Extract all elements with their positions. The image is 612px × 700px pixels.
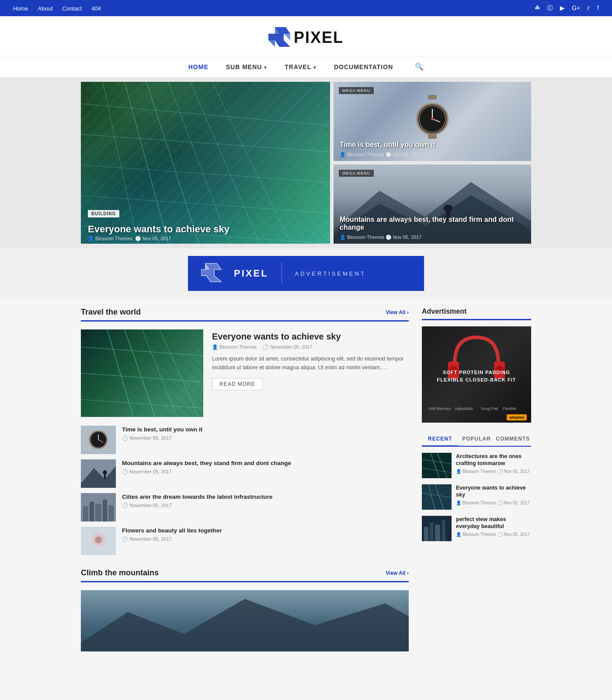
svg-line-35 xyxy=(81,399,203,408)
google-plus-icon[interactable]: G+ xyxy=(572,4,580,11)
svg-line-31 xyxy=(142,329,177,417)
list-title-4: Flowers and beauty all lies together xyxy=(122,527,222,535)
mainnav-documentation[interactable]: DOCUMENTATION xyxy=(334,63,393,70)
svg-rect-46 xyxy=(83,506,88,522)
svg-marker-2 xyxy=(284,34,290,40)
main-navigation: HOME SUB MENU ▾ TRAVEL ▾ DOCUMENTATION 🔍 xyxy=(0,56,612,77)
read-more-button[interactable]: READ MORE xyxy=(212,378,263,390)
sidebar-article-info-2: Everyone wants to achieve sky 👤 Blossom … xyxy=(456,484,531,510)
sidebar-article-info-3: perfect view makes everyday beautiful 👤 … xyxy=(456,516,531,541)
nav-home[interactable]: Home xyxy=(13,5,28,12)
hero-card-1[interactable]: MEGA MENU Time is best, until you own it… xyxy=(334,82,531,161)
pinterest-icon[interactable]: Ⓒ xyxy=(547,4,553,11)
tab-comments[interactable]: COMMENTS xyxy=(495,432,531,446)
article-thumb-3 xyxy=(81,493,116,522)
sidebar-title-2: Everyone wants to achieve sky xyxy=(456,484,531,499)
article-list: Time is best, until you own it 🕐 Novembe… xyxy=(81,426,409,555)
mainnav-home[interactable]: HOME xyxy=(188,63,209,70)
topbar-nav: Home About Contact 404 xyxy=(13,5,109,12)
svg-rect-50 xyxy=(108,505,114,522)
hero-right-cards: MEGA MENU Time is best, until you own it… xyxy=(334,82,531,244)
search-icon[interactable]: 🔍 xyxy=(415,63,424,71)
svg-line-32 xyxy=(160,329,199,417)
logo-icon xyxy=(268,25,290,50)
svg-rect-21 xyxy=(428,134,437,139)
featured-article-image xyxy=(81,329,203,417)
youtube-icon[interactable]: ▶ xyxy=(560,4,565,11)
sidebar-meta-3: 👤 Blossom Themes 🕐 Nov 05, 2017 xyxy=(456,532,531,537)
content-area: Travel the world View All › Everyone wan… xyxy=(81,299,531,665)
svg-rect-69 xyxy=(422,484,452,510)
svg-line-33 xyxy=(81,347,203,356)
article-thumb-2 xyxy=(81,459,116,488)
article-info-4: Flowers and beauty all lies together 🕐 N… xyxy=(122,527,222,542)
sidebar-article-info-1: Arcitectures are the ones crafting tomma… xyxy=(456,453,531,478)
hero-grid: BUILDING Everyone wants to achieve sky 👤… xyxy=(81,82,531,244)
sidebar: Advertisment SOFT PROTEIN PADDING FLEXIB… xyxy=(422,308,531,651)
article-thumb-1 xyxy=(81,426,116,454)
climb-view-all[interactable]: View All › xyxy=(386,570,409,576)
svg-line-6 xyxy=(168,82,230,244)
svg-text:Adjustable: Adjustable xyxy=(455,406,473,411)
svg-line-11 xyxy=(81,134,330,152)
hero-main-article[interactable]: BUILDING Everyone wants to achieve sky 👤… xyxy=(81,82,330,244)
logo-text: PIXEL xyxy=(294,28,344,47)
nav-contact[interactable]: Contact xyxy=(62,5,82,12)
featured-date: 🕐 November 05, 2017 xyxy=(263,344,313,350)
featured-article: Everyone wants to achieve sky 👤 Blossom … xyxy=(81,329,409,417)
sidebar-tabs: RECENT POPULAR COMMENTS xyxy=(422,432,531,447)
sidebar-thumb-2 xyxy=(422,484,452,510)
svg-point-25 xyxy=(444,205,453,212)
nav-404[interactable]: 404 xyxy=(91,5,101,12)
svg-text:Snug Pad: Snug Pad xyxy=(481,406,498,411)
travel-view-all[interactable]: View All › xyxy=(386,309,409,315)
sidebar-title-1: Arcitectures are the ones crafting tomma… xyxy=(456,453,531,467)
instagram-icon[interactable]: ☘ xyxy=(535,4,540,11)
list-item: Flowers and beauty all lies together 🕐 N… xyxy=(81,527,409,555)
sidebar-meta-2: 👤 Blossom Themes 🕐 Nov 05, 2017 xyxy=(456,500,531,505)
travel-section-heading: Travel the world View All › xyxy=(81,308,409,322)
featured-article-content: Everyone wants to achieve sky 👤 Blossom … xyxy=(212,329,409,417)
article-info-1: Time is best, until you own it 🕐 Novembe… xyxy=(122,426,202,441)
hero-card1-meta: 👤 Blossom Themes 🕐 Nov 05, 2017 xyxy=(340,152,421,158)
sidebar-article-2: Everyone wants to achieve sky 👤 Blossom … xyxy=(422,484,531,510)
hero-section: BUILDING Everyone wants to achieve sky 👤… xyxy=(0,77,612,248)
facebook-icon[interactable]: f xyxy=(597,4,599,11)
svg-marker-27 xyxy=(201,263,221,282)
featured-excerpt: Lorem ipsum dolor sit amet, consectetur … xyxy=(212,354,409,372)
hero-card2-meta: 👤 Blossom Themes 🕐 Nov 05, 2017 xyxy=(340,234,421,240)
hero-main-meta: 👤 Blossom Themes 🕐 Nov 05, 2017 xyxy=(88,236,171,242)
article-info-3: Cities arer the dream towards the latest… xyxy=(122,493,272,508)
svg-line-8 xyxy=(212,82,291,244)
svg-text:Flexible: Flexible xyxy=(503,406,516,411)
hero-main-title: Everyone wants to achieve sky xyxy=(88,224,230,235)
svg-line-10 xyxy=(81,104,330,126)
hero-main-date: Nov 05, 2017 xyxy=(143,236,171,241)
travel-section-title: Travel the world xyxy=(81,308,141,317)
twitter-icon[interactable]: 𝕣 xyxy=(587,4,590,11)
tab-popular[interactable]: POPULAR xyxy=(458,432,494,446)
hero-card-2[interactable]: MEGA MENU Mountains are always best, the… xyxy=(334,164,531,244)
list-date-4: 🕐 November 05, 2017 xyxy=(122,536,222,542)
tab-recent[interactable]: RECENT xyxy=(422,432,458,447)
svg-rect-75 xyxy=(430,522,433,541)
logo[interactable]: PIXEL xyxy=(268,25,344,50)
svg-text:Soft Memory: Soft Memory xyxy=(428,406,451,411)
svg-line-5 xyxy=(146,82,199,244)
featured-title: Everyone wants to achieve sky xyxy=(212,332,409,342)
mainnav-submenu[interactable]: SUB MENU ▾ xyxy=(226,63,268,70)
nav-about[interactable]: About xyxy=(38,5,53,12)
svg-rect-77 xyxy=(442,520,445,541)
svg-rect-64 xyxy=(422,453,452,478)
svg-line-9 xyxy=(103,82,138,244)
advertisement-banner[interactable]: PIXEL ADVERTISEMENT xyxy=(188,256,424,291)
sidebar-meta-1: 👤 Blossom Themes 🕐 Nov 05, 2017 xyxy=(456,469,531,474)
featured-meta: 👤 Blossom Themes 🕐 November 05, 2017 xyxy=(212,344,409,350)
climb-section-title: Climb the mountains xyxy=(81,568,159,578)
mainnav-travel[interactable]: TRAVEL ▾ xyxy=(285,63,316,70)
featured-author: 👤 Blossom Themes xyxy=(212,344,257,350)
sidebar-thumb-1 xyxy=(422,453,452,478)
svg-marker-3 xyxy=(268,40,275,47)
svg-line-34 xyxy=(81,373,203,382)
list-date-3: 🕐 November 05, 2017 xyxy=(122,503,272,508)
